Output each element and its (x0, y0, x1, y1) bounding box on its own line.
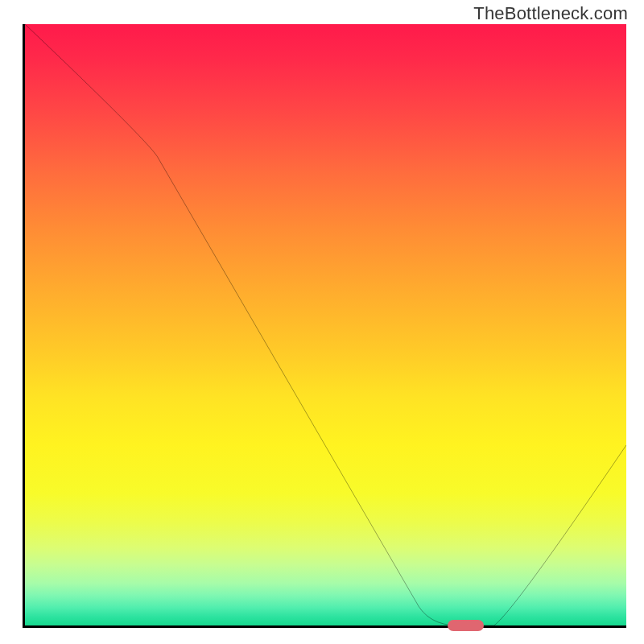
plot-area (23, 24, 626, 628)
severity-gradient (25, 24, 626, 625)
sweet-spot-marker (448, 620, 484, 631)
chart-container: TheBottleneck.com (0, 0, 644, 644)
watermark-label: TheBottleneck.com (473, 3, 628, 24)
